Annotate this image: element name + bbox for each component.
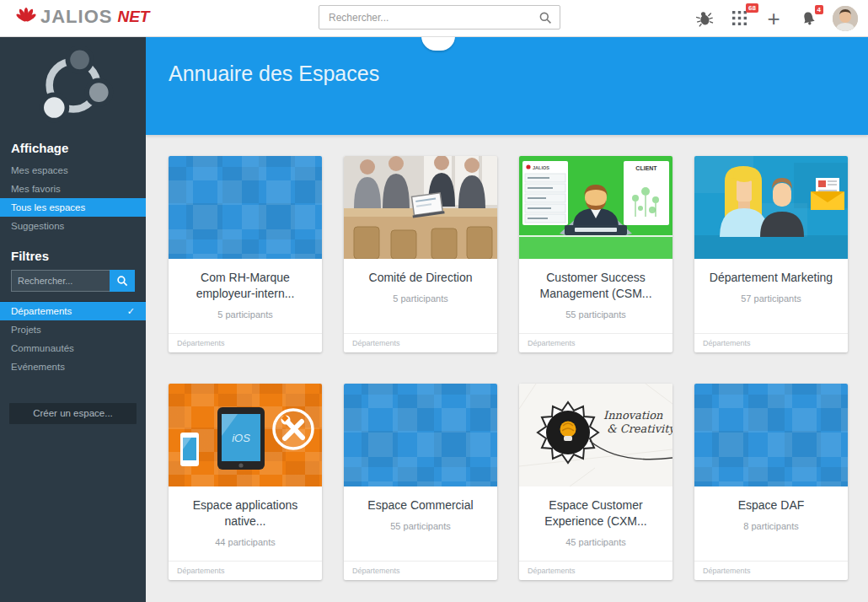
filter-item-label: Départements	[11, 302, 72, 320]
filter-item-label: Projets	[11, 320, 41, 339]
space-cover-meeting-photo	[344, 156, 497, 259]
space-participants: 57 participants	[741, 293, 801, 304]
topbar-actions: 68 + 4	[694, 0, 858, 36]
space-title: Espace applications native...	[177, 497, 313, 529]
space-category: Départements	[519, 333, 672, 352]
space-category: Départements	[694, 333, 848, 352]
notifications-badge: 4	[815, 5, 823, 15]
filter-item-label: Communautés	[11, 339, 74, 357]
brand-name: JALIOS	[40, 6, 112, 28]
check-icon: ✓	[127, 302, 135, 320]
card-body: Comité de Direction 5 participants	[344, 259, 497, 333]
page-header: Annuaire des Espaces	[146, 36, 868, 135]
spaces-share-icon	[29, 46, 117, 127]
filter-item-departements[interactable]: Départements ✓	[0, 302, 146, 320]
space-card-marketing[interactable]: Département Marketing 57 participants Dé…	[694, 156, 848, 352]
jalios-logo[interactable]: JALIOS NET	[15, 6, 149, 28]
page-title: Annuaire des Espaces	[169, 62, 379, 86]
panel-left-label: JALIOS	[533, 165, 549, 170]
global-search	[319, 5, 560, 30]
header-notch	[421, 36, 455, 51]
space-card-cxm[interactable]: Innovation & Creativity Espace Customer …	[519, 384, 672, 580]
card-body: Com RH-Marque employeur-intern... 5 part…	[169, 259, 322, 333]
space-participants: 55 participants	[565, 309, 626, 320]
space-cover-innovation: Innovation & Creativity	[519, 384, 672, 486]
bug-icon	[694, 8, 715, 28]
space-title: Département Marketing	[710, 270, 833, 286]
space-cover-people-envelope	[694, 156, 848, 259]
global-search-input[interactable]	[327, 11, 538, 24]
app-window: JALIOS NET	[0, 0, 868, 602]
filter-search-button[interactable]	[110, 270, 135, 292]
space-card-applications[interactable]: iOS Espace applications native... 44 par…	[169, 384, 322, 580]
brand-suffix: NET	[117, 8, 149, 26]
apps-grid-icon	[732, 11, 747, 25]
jalios-fan-icon	[15, 6, 37, 28]
plus-icon: +	[767, 8, 780, 30]
sidebar-item-suggestions[interactable]: Suggestions	[0, 217, 146, 235]
innovation-label-line1: Innovation	[603, 409, 663, 422]
sidebar-item-label: Tous les espaces	[11, 198, 85, 217]
apps-badge: 68	[746, 3, 758, 13]
create-space-button[interactable]: Créer un espace...	[9, 403, 137, 424]
filter-search	[11, 270, 135, 292]
space-cover-devices: iOS	[169, 384, 322, 486]
filter-item-projets[interactable]: Projets	[0, 320, 146, 339]
search-icon[interactable]	[538, 11, 552, 24]
filter-item-label: Evénements	[11, 357, 65, 376]
card-body: Espace applications native... 44 partici…	[169, 486, 322, 561]
sidebar: Affichage Mes espaces Mes favoris Tous l…	[0, 36, 146, 602]
debug-bug-button[interactable]	[694, 8, 715, 29]
filter-item-evenements[interactable]: Evénements	[0, 357, 146, 376]
sidebar-item-mes-favoris[interactable]: Mes favoris	[0, 180, 146, 198]
panel-right-label: CLIENT	[635, 165, 657, 171]
space-category: Départements	[169, 333, 322, 352]
space-category: Départements	[344, 333, 497, 352]
space-participants: 55 participants	[390, 521, 451, 531]
sidebar-item-label: Mes espaces	[11, 161, 68, 180]
space-category: Départements	[169, 561, 322, 580]
filter-item-communautes[interactable]: Communautés	[0, 339, 146, 357]
apps-grid-button[interactable]: 68	[729, 8, 749, 29]
spaces-grid: Com RH-Marque employeur-intern... 5 part…	[146, 135, 868, 602]
card-body: Customer Success Management (CSM... 55 p…	[519, 259, 672, 333]
space-title: Comité de Direction	[369, 270, 473, 286]
space-category: Départements	[694, 561, 848, 580]
sidebar-item-label: Suggestions	[11, 217, 64, 235]
space-cover-green-illustration: JALIOS CLIENT	[519, 156, 672, 259]
space-title: Com RH-Marque employeur-intern...	[177, 270, 313, 302]
sidebar-item-label: Mes favoris	[11, 180, 61, 198]
card-body: Espace Customer Experience (CXM... 45 pa…	[519, 486, 672, 561]
space-participants: 5 participants	[217, 309, 272, 320]
tablet-os-label: iOS	[232, 432, 250, 444]
space-cover-blue-mosaic	[694, 384, 848, 486]
space-title: Espace Commercial	[367, 497, 473, 513]
space-title: Customer Success Management (CSM...	[528, 270, 664, 302]
space-cover-blue-mosaic	[169, 156, 322, 259]
card-body: Espace Commercial 55 participants	[344, 486, 497, 561]
card-body: Département Marketing 57 participants	[694, 259, 848, 333]
sidebar-item-mes-espaces[interactable]: Mes espaces	[0, 161, 146, 180]
space-card-commercial[interactable]: Espace Commercial 55 participants Départ…	[344, 384, 497, 580]
notifications-button[interactable]: 4	[798, 8, 818, 29]
space-cover-blue-mosaic	[344, 384, 497, 486]
space-card-csm[interactable]: JALIOS CLIENT	[519, 156, 672, 352]
space-card-comite-direction[interactable]: Comité de Direction 5 participants Dépar…	[344, 156, 497, 352]
filter-search-input[interactable]	[11, 270, 110, 292]
space-category: Départements	[344, 561, 497, 580]
search-icon	[116, 275, 128, 287]
space-category: Départements	[519, 561, 672, 580]
space-card-com-rh[interactable]: Com RH-Marque employeur-intern... 5 part…	[169, 156, 322, 352]
add-button[interactable]: +	[764, 8, 784, 29]
space-participants: 44 participants	[215, 537, 276, 547]
avatar-photo	[833, 6, 858, 31]
space-participants: 8 participants	[743, 521, 798, 531]
space-participants: 45 participants	[565, 537, 626, 547]
filtres-heading: Filtres	[0, 249, 146, 263]
sidebar-item-tous-les-espaces[interactable]: Tous les espaces	[0, 198, 146, 217]
top-bar: JALIOS NET	[0, 0, 868, 37]
user-avatar[interactable]	[833, 6, 858, 31]
space-card-daf[interactable]: Espace DAF 8 participants Départements	[694, 384, 848, 580]
space-title: Espace Customer Experience (CXM...	[528, 497, 664, 529]
innovation-label-line2: & Creativity	[607, 422, 672, 435]
